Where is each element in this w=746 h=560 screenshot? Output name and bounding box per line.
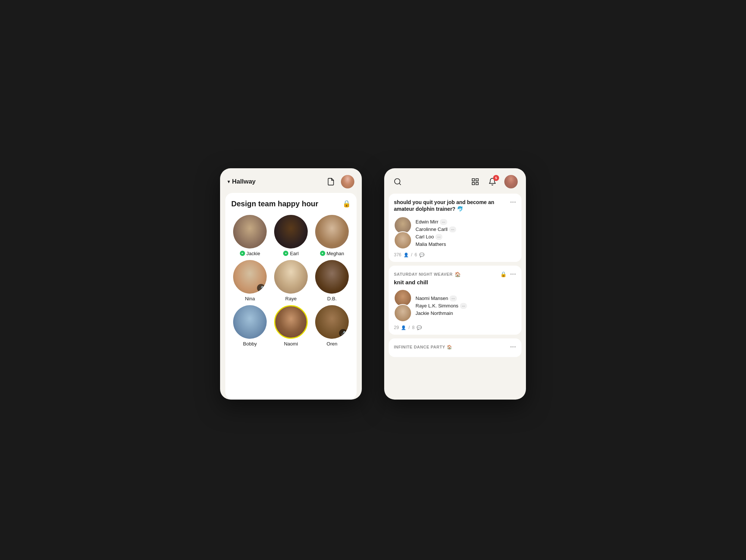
conv-names: Naomi Mansen ··· Raye L.K. Simmons ··· J… <box>416 289 467 322</box>
avatar-name: Oren <box>327 341 338 347</box>
conversation-card[interactable]: SATURDAY NIGHT WEAVER 🏠 🔒 ··· knit and c… <box>389 266 521 335</box>
grid-icon[interactable] <box>470 176 480 187</box>
channel-label: INFINITE DANCE PARTY 🏠 <box>394 345 452 350</box>
list-item: ✦ Earl <box>272 215 310 256</box>
avatar[interactable] <box>274 305 308 339</box>
list-item: Carl Loo ··· <box>416 234 456 240</box>
notifications-button[interactable]: 5 <box>487 176 498 187</box>
separator: / <box>411 252 412 257</box>
channel-card: Design team happy hour 🔒 ✦ Jackie ✦ <box>225 193 357 400</box>
stacked-avatars <box>394 216 412 249</box>
svg-rect-3 <box>476 178 478 181</box>
member-count: 376 <box>394 252 401 257</box>
avatar-name: Bobby <box>243 341 257 347</box>
avatar[interactable] <box>315 215 349 248</box>
left-header-icons <box>326 175 354 188</box>
person-name: Carolinne Carll <box>416 226 448 232</box>
list-item: Jackie Northmain <box>416 310 467 316</box>
channel-title: Design team happy hour <box>231 200 318 208</box>
comment-count: 8 <box>412 325 415 330</box>
right-header: 5 <box>384 168 526 194</box>
svg-line-1 <box>399 183 401 185</box>
more-options-button[interactable]: ··· <box>510 344 516 350</box>
conv-people-row: Naomi Mansen ··· Raye L.K. Simmons ··· J… <box>394 289 516 322</box>
more-options-button[interactable]: ··· <box>510 271 516 278</box>
avatar[interactable] <box>274 215 308 248</box>
conv-card-header: should you quit your job and become an a… <box>394 199 516 213</box>
partial-card-header: INFINITE DANCE PARTY 🏠 ··· <box>394 344 516 350</box>
hallway-title[interactable]: ▾ Hallway <box>228 178 256 185</box>
person-name: Carl Loo <box>416 234 434 240</box>
search-icon[interactable] <box>392 176 403 187</box>
avatar-name: Naomi <box>284 341 298 347</box>
svg-rect-5 <box>476 182 478 184</box>
avatar[interactable] <box>233 305 267 339</box>
list-item: Raye L.K. Simmons ··· <box>416 303 467 309</box>
list-item: Edwin Mirr ··· <box>416 219 456 225</box>
comment-count: 6 <box>414 252 417 257</box>
comment-icon: 💬 <box>419 253 424 257</box>
conv-stats: 376 👤 / 6 💬 <box>394 252 516 257</box>
list-item: 🎤 Nina <box>231 260 269 301</box>
avatar[interactable]: 🎤 <box>315 305 349 339</box>
chevron-down-icon: ▾ <box>228 179 230 184</box>
home-icon: 🏠 <box>447 345 452 350</box>
conv-people-row: Edwin Mirr ··· Carolinne Carll ··· Carl … <box>394 216 516 249</box>
avatar[interactable] <box>233 215 267 248</box>
avatar-name: Raye <box>285 296 297 301</box>
list-item: 🎤 Oren <box>313 305 351 347</box>
screens-container: ▾ Hallway Design team happy hour 🔒 <box>220 168 526 400</box>
conversation-card[interactable]: should you quit your job and become an a… <box>389 194 521 262</box>
conv-stats: 29 👤 / 8 💬 <box>394 325 516 330</box>
notification-badge: 5 <box>493 175 499 181</box>
list-item: ✦ Meghan <box>313 215 351 256</box>
mute-icon: 🎤 <box>339 329 347 337</box>
list-item: Bobby <box>231 305 269 347</box>
typing-indicator: ··· <box>440 219 447 225</box>
active-icon: ✦ <box>283 251 288 256</box>
member-count: 29 <box>394 325 399 330</box>
typing-indicator: ··· <box>449 226 456 232</box>
avatar[interactable] <box>274 260 308 294</box>
conv-names: Edwin Mirr ··· Carolinne Carll ··· Carl … <box>416 216 456 249</box>
conversation-card-partial[interactable]: INFINITE DANCE PARTY 🏠 ··· <box>389 338 521 357</box>
svg-rect-2 <box>472 178 474 181</box>
svg-rect-4 <box>472 182 474 184</box>
channel-card-header: Design team happy hour 🔒 <box>231 200 351 208</box>
hallway-label: Hallway <box>232 178 256 185</box>
lock-icon: 🔒 <box>500 271 507 277</box>
left-header: ▾ Hallway <box>220 168 362 193</box>
avatar-name: ✦ Earl <box>283 251 298 256</box>
home-icon: 🏠 <box>455 272 461 277</box>
more-options-button[interactable]: ··· <box>510 199 516 206</box>
mute-icon: 🎤 <box>257 284 265 292</box>
list-item: D.B. <box>313 260 351 301</box>
avatar <box>394 231 412 249</box>
person-name: Raye L.K. Simmons <box>416 303 458 309</box>
typing-indicator: ··· <box>449 295 457 301</box>
person-icon: 👤 <box>401 325 406 330</box>
list-item: Naomi <box>272 305 310 347</box>
channel-name: INFINITE DANCE PARTY <box>394 345 445 349</box>
conv-card2-icons: 🔒 ··· <box>500 271 516 278</box>
comment-icon: 💬 <box>417 325 422 330</box>
typing-indicator: ··· <box>460 303 467 309</box>
active-icon: ✦ <box>240 251 245 256</box>
avatar[interactable] <box>315 260 349 294</box>
channel-label: SATURDAY NIGHT WEAVER 🏠 <box>394 272 461 277</box>
avatar <box>394 304 412 322</box>
user-avatar[interactable] <box>504 175 518 188</box>
stacked-avatars <box>394 289 412 322</box>
right-screen: 5 should you quit your job and become an… <box>384 168 526 400</box>
left-screen: ▾ Hallway Design team happy hour 🔒 <box>220 168 362 400</box>
document-icon[interactable] <box>326 177 336 187</box>
person-name: Naomi Mansen <box>416 295 448 301</box>
conv-card2-header: SATURDAY NIGHT WEAVER 🏠 🔒 ··· <box>394 271 516 278</box>
user-avatar[interactable] <box>341 175 354 188</box>
avatar-grid: ✦ Jackie ✦ Earl ✦ <box>231 215 351 347</box>
active-icon: ✦ <box>320 251 325 256</box>
channel-subtitle: knit and chill <box>394 279 516 285</box>
avatar[interactable]: 🎤 <box>233 260 267 294</box>
person-name: Jackie Northmain <box>416 310 453 316</box>
person-name: Malia Mathers <box>416 241 446 247</box>
